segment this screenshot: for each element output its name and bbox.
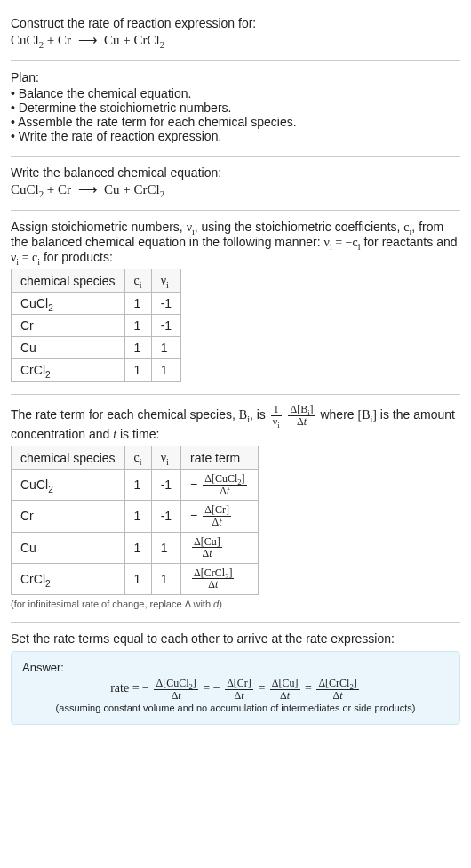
cell-vi: -1: [151, 293, 180, 315]
cell-rate: Δ[Cu]Δt: [181, 532, 258, 563]
table-row: Cu 1 1: [12, 337, 181, 359]
cell-species: CuCl2: [12, 470, 125, 501]
plan-item: Determine the stoichiometric numbers.: [11, 100, 460, 115]
col-ci: ci: [124, 446, 151, 470]
divider: [11, 210, 460, 211]
col-ci: ci: [124, 269, 151, 293]
rateterm-table: chemical species ci νi rate term CuCl2 1…: [11, 446, 259, 595]
table-row: CrCl2 1 1: [12, 359, 181, 382]
rateterm-note: (for infinitesimal rate of change, repla…: [11, 599, 460, 609]
col-vi: νi: [151, 269, 180, 293]
cell-rate: Δ[CrCl2]Δt: [181, 563, 258, 594]
answer-equation: rate = − Δ[CuCl2]Δt = − Δ[Cr]Δt = Δ[Cu]Δ…: [22, 678, 449, 701]
col-species: chemical species: [12, 446, 125, 470]
cell-species: Cu: [12, 337, 125, 359]
table-header-row: chemical species ci νi: [12, 269, 181, 293]
divider: [11, 394, 460, 395]
cell-ci: 1: [124, 359, 151, 382]
final-section: Set the rate terms equal to each other t…: [11, 626, 460, 728]
plan-list: Balance the chemical equation. Determine…: [11, 86, 460, 143]
cell-rate: − Δ[CuCl2]Δt: [181, 470, 258, 501]
cell-vi: -1: [151, 501, 180, 532]
col-rateterm: rate term: [181, 446, 258, 470]
cell-vi: 1: [151, 359, 180, 382]
cell-species: CrCl2: [12, 563, 125, 594]
col-vi: νi: [151, 446, 180, 470]
cell-vi: 1: [151, 532, 180, 563]
cell-species: CuCl2: [12, 293, 125, 315]
plan-section: Plan: Balance the chemical equation. Det…: [11, 65, 460, 152]
balanced-title: Write the balanced chemical equation:: [11, 165, 460, 180]
rateterm-explain: The rate term for each chemical species,…: [11, 404, 460, 442]
cell-vi: -1: [151, 470, 180, 501]
table-row: Cr 1 -1 − Δ[Cr]Δt: [12, 501, 259, 532]
stoich-explain: Assign stoichiometric numbers, νi, using…: [11, 220, 460, 265]
balanced-equation: CuCl2 + Cr ⟶ Cu + CrCl2: [11, 181, 460, 197]
table-header-row: chemical species ci νi rate term: [12, 446, 259, 470]
cell-ci: 1: [124, 470, 151, 501]
table-row: CrCl2 1 1 Δ[CrCl2]Δt: [12, 563, 259, 594]
plan-item: Write the rate of reaction expression.: [11, 129, 460, 143]
rateterm-section: The rate term for each chemical species,…: [11, 398, 460, 618]
divider: [11, 156, 460, 157]
plan-item: Balance the chemical equation.: [11, 86, 460, 100]
answer-note: (assuming constant volume and no accumul…: [22, 703, 449, 713]
cell-rate: − Δ[Cr]Δt: [181, 501, 258, 532]
reaction-equation: CuCl2 + Cr ⟶ Cu + CrCl2: [11, 32, 460, 48]
cell-species: Cr: [12, 501, 125, 532]
table-row: CuCl2 1 -1 − Δ[CuCl2]Δt: [12, 470, 259, 501]
table-row: Cr 1 -1: [12, 315, 181, 337]
divider: [11, 60, 460, 61]
prompt-section: Construct the rate of reaction expressio…: [11, 11, 460, 57]
cell-species: Cu: [12, 532, 125, 563]
answer-label: Answer:: [22, 661, 449, 674]
cell-species: CrCl2: [12, 359, 125, 382]
cell-ci: 1: [124, 293, 151, 315]
plan-item: Assemble the rate term for each chemical…: [11, 115, 460, 129]
prompt-text: Construct the rate of reaction expressio…: [11, 16, 460, 30]
balanced-section: Write the balanced chemical equation: Cu…: [11, 160, 460, 206]
cell-ci: 1: [124, 315, 151, 337]
cell-vi: 1: [151, 563, 180, 594]
cell-ci: 1: [124, 337, 151, 359]
cell-ci: 1: [124, 501, 151, 532]
table-row: CuCl2 1 -1: [12, 293, 181, 315]
answer-box: Answer: rate = − Δ[CuCl2]Δt = − Δ[Cr]Δt …: [11, 651, 460, 725]
divider: [11, 622, 460, 623]
stoich-section: Assign stoichiometric numbers, νi, using…: [11, 214, 460, 390]
cell-vi: -1: [151, 315, 180, 337]
cell-ci: 1: [124, 532, 151, 563]
stoich-table: chemical species ci νi CuCl2 1 -1 Cr 1 -…: [11, 269, 181, 382]
table-row: Cu 1 1 Δ[Cu]Δt: [12, 532, 259, 563]
cell-vi: 1: [151, 337, 180, 359]
cell-species: Cr: [12, 315, 125, 337]
plan-title: Plan:: [11, 70, 460, 84]
col-species: chemical species: [12, 269, 125, 293]
final-title: Set the rate terms equal to each other t…: [11, 631, 460, 646]
cell-ci: 1: [124, 563, 151, 594]
